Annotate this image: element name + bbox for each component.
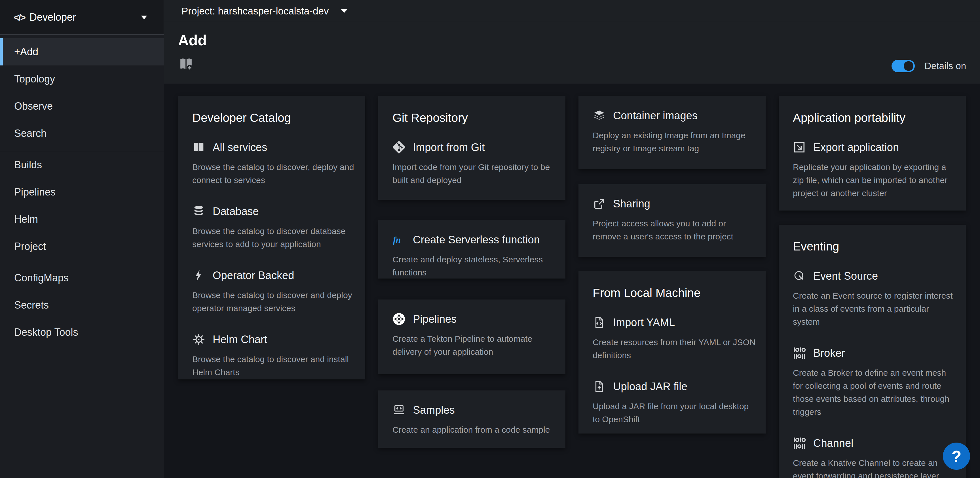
item-title: Helm Chart <box>213 333 267 346</box>
export-icon <box>793 141 806 154</box>
item-helm-chart[interactable]: Helm Chart Browse the catalog to discove… <box>192 333 355 379</box>
card-sharing: Sharing Project access allows you to add… <box>579 184 765 257</box>
sidebar-item-desktop-tools[interactable]: Desktop Tools <box>0 319 164 346</box>
sidebar-item-search[interactable]: Search <box>0 120 164 147</box>
item-samples[interactable]: Samples Create an application from a cod… <box>393 403 555 436</box>
card-application-portability: Application portability Export applicati… <box>779 96 966 211</box>
code-icon: </> <box>14 12 25 23</box>
item-import-from-git[interactable]: Import from Git Import code from your Gi… <box>393 141 555 187</box>
sidebar: </> Developer +Add Topology Observe Sear… <box>0 0 164 478</box>
item-description: Browse the catalog to discover and insta… <box>192 353 355 379</box>
channel-binary-icon <box>793 437 806 449</box>
item-title: Sharing <box>613 198 650 210</box>
item-title: Samples <box>413 404 455 416</box>
item-description: Browse the catalog to discover and deplo… <box>192 289 355 315</box>
item-description: Project access allows you to add or remo… <box>593 217 756 243</box>
details-toggle: Details on <box>891 60 966 72</box>
item-title: Import YAML <box>613 316 675 329</box>
item-description: Create a Tekton Pipeline to automate del… <box>393 332 555 359</box>
file-upload-icon <box>593 380 606 393</box>
item-title: Pipelines <box>413 313 457 325</box>
card-developer-catalog: Developer Catalog All services Browse th… <box>178 96 365 380</box>
item-description: Deploy an existing Image from an Image r… <box>593 129 756 155</box>
book-icon <box>192 141 205 154</box>
item-title: Broker <box>813 347 845 359</box>
card-serverless: fn Create Serverless function Create and… <box>378 220 565 278</box>
page-header: Add Details on <box>164 22 980 84</box>
perspective-switcher[interactable]: </> Developer <box>0 0 164 35</box>
card-title: Git Repository <box>393 111 555 125</box>
card-column: Container images Deploy an existing Imag… <box>579 96 765 478</box>
item-description: Create a Broker to define an event mesh … <box>793 366 956 419</box>
item-description: Import code from your Git repository to … <box>393 160 555 187</box>
card-eventing: Eventing Event Source Create an Event so… <box>779 225 966 478</box>
sidebar-item-configmaps[interactable]: ConfigMaps <box>0 264 164 292</box>
item-operator-backed[interactable]: Operator Backed Browse the catalog to di… <box>192 269 355 315</box>
item-title: Container images <box>613 110 698 122</box>
add-page-content: Developer Catalog All services Browse th… <box>164 84 980 478</box>
chevron-down-icon <box>341 10 347 13</box>
item-title: All services <box>213 141 267 154</box>
item-title: Database <box>213 205 259 218</box>
item-create-serverless-function[interactable]: fn Create Serverless function Create and… <box>393 233 555 278</box>
git-icon <box>393 141 406 154</box>
sidebar-item-observe[interactable]: Observe <box>0 93 164 120</box>
sidebar-item-builds[interactable]: Builds <box>0 151 164 178</box>
item-description: Create resources from their YAML or JSON… <box>593 336 756 362</box>
item-description: Create a Knative Channel to create an ev… <box>793 456 956 478</box>
card-samples: Samples Create an application from a cod… <box>378 391 565 448</box>
event-source-icon <box>793 270 806 283</box>
card-title: From Local Machine <box>593 286 756 300</box>
project-selector-label: Project: harshcasper-localsta-dev <box>181 5 329 17</box>
item-pipelines[interactable]: Pipelines Create a Tekton Pipeline to au… <box>393 313 555 359</box>
svg-text:fn: fn <box>393 235 401 245</box>
item-title: Event Source <box>813 270 878 282</box>
project-selector[interactable]: Project: harshcasper-localsta-dev <box>164 0 980 22</box>
item-title: Operator Backed <box>213 270 294 282</box>
page-title: Add <box>178 32 207 49</box>
item-export-application[interactable]: Export application Replicate your applic… <box>793 141 956 200</box>
item-title: Import from Git <box>413 141 485 154</box>
sidebar-item-project[interactable]: Project <box>0 233 164 260</box>
item-description: Replicate your application by exporting … <box>793 160 956 200</box>
layers-icon <box>593 109 606 122</box>
item-sharing[interactable]: Sharing Project access allows you to add… <box>593 197 756 243</box>
toggle-knob <box>904 61 913 71</box>
card-git-repository: Git Repository Import from Git Import co… <box>378 96 565 200</box>
item-description: Create and deploy stateless, Serverless … <box>393 253 555 278</box>
item-description: Browse the catalog to discover database … <box>192 225 355 251</box>
item-broker[interactable]: Broker Create a Broker to define an even… <box>793 346 956 419</box>
card-from-local-machine: From Local Machine Import YAML Create re… <box>579 271 765 434</box>
share-icon <box>593 197 606 210</box>
item-title: Create Serverless function <box>413 234 540 246</box>
sidebar-item-helm[interactable]: Helm <box>0 206 164 233</box>
item-upload-jar-file[interactable]: Upload JAR file Upload a JAR file from y… <box>593 380 756 426</box>
details-toggle-switch[interactable] <box>891 60 915 72</box>
card-container-images: Container images Deploy an existing Imag… <box>579 96 765 169</box>
guided-tour-book-plus-icon[interactable] <box>178 56 194 72</box>
card-column: Application portability Export applicati… <box>779 96 966 478</box>
item-description: Create an Event source to register inter… <box>793 289 956 329</box>
item-database[interactable]: Database Browse the catalog to discover … <box>192 205 355 251</box>
sidebar-item-topology[interactable]: Topology <box>0 65 164 93</box>
sidebar-nav: +Add Topology Observe Search Builds Pipe… <box>0 35 164 346</box>
card-pipelines: Pipelines Create a Tekton Pipeline to au… <box>378 300 565 374</box>
help-button[interactable]: ? <box>943 443 970 470</box>
item-title: Channel <box>813 437 854 449</box>
item-import-yaml[interactable]: Import YAML Create resources from their … <box>593 316 756 362</box>
item-title: Upload JAR file <box>613 381 687 393</box>
sidebar-item-pipelines[interactable]: Pipelines <box>0 178 164 206</box>
helm-icon <box>192 333 205 346</box>
sidebar-item-secrets[interactable]: Secrets <box>0 292 164 319</box>
card-column: Git Repository Import from Git Import co… <box>378 96 565 478</box>
chevron-down-icon <box>141 16 147 19</box>
item-all-services[interactable]: All services Browse the catalog to disco… <box>192 141 355 187</box>
item-channel[interactable]: Channel Create a Knative Channel to crea… <box>793 437 956 478</box>
card-column: Developer Catalog All services Browse th… <box>178 96 365 478</box>
bolt-icon <box>192 269 205 282</box>
item-description: Browse the catalog to discover, deploy a… <box>192 160 355 187</box>
perspective-label: Developer <box>30 11 76 23</box>
item-container-images[interactable]: Container images Deploy an existing Imag… <box>593 109 756 155</box>
sidebar-item-add[interactable]: +Add <box>0 38 164 65</box>
item-event-source[interactable]: Event Source Create an Event source to r… <box>793 270 956 329</box>
